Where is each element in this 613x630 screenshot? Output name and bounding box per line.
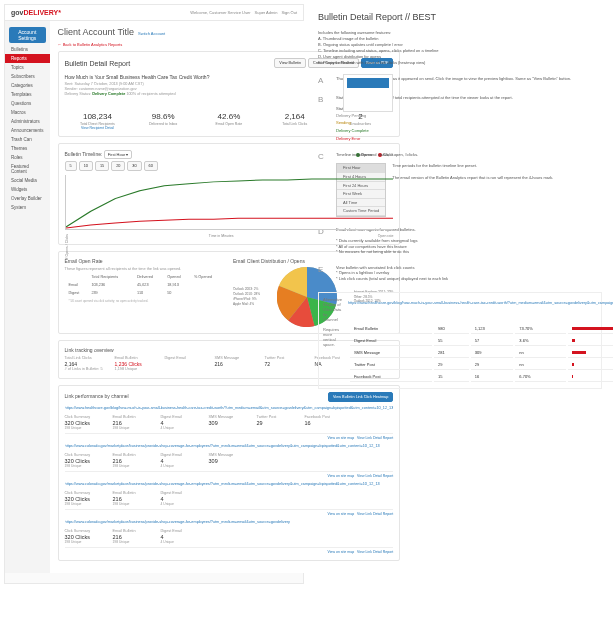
nav-overlay[interactable]: Overlay Builder [5,194,50,203]
nav-macros[interactable]: Macros [5,108,50,117]
kpi-openrate: 42.6% [196,112,262,121]
right-title: Bulletin Detail Report // BEST [318,12,602,22]
timeline-dropdown[interactable]: First Hour ▾ [104,150,133,159]
alt-note-title: Alternative Display of Click Data by Cha… [323,297,342,322]
nav-subscribers[interactable]: Subscribers [5,72,50,81]
view-recipient-link[interactable]: View Recipient Detail [65,126,131,130]
view-bulletin-button[interactable]: View Bulletin [274,58,306,68]
nav-trash[interactable]: Trash Can [5,135,50,144]
nav-questions[interactable]: Questions [5,99,50,108]
nav-administrators[interactable]: Administrators [5,117,50,126]
nav-reports[interactable]: Reports [5,54,50,63]
nav-bulletins[interactable]: Bulletins [5,45,50,54]
open-rate-table: Total RecipientsDeliveredOpened% Opened … [65,272,225,306]
switch-account-link[interactable]: Switch Account [138,31,165,36]
tl-tick[interactable]: 5 [65,161,77,171]
sidebar: Account Settings Bulletins Reports Topic… [5,21,50,573]
account-settings-button[interactable]: Account Settings [9,27,46,43]
kpi-delivered: 98.6% [130,112,196,121]
nav-categories[interactable]: Categories [5,81,50,90]
alt-table: Email Bulletin9801,12373.70%Digest Email… [348,322,613,384]
nav-announcements[interactable]: Announcements [5,126,50,135]
nav-social[interactable]: Social Media [5,176,50,185]
nav-templates[interactable]: Templates [5,90,50,99]
kpi-recipients: 108,234 [65,112,131,121]
nav-widgets[interactable]: Widgets [5,185,50,194]
top-links: Welcome, Customer Service User Super Adm… [190,10,297,15]
nav-roles[interactable]: Roles [5,153,50,162]
nav-themes[interactable]: Themes [5,144,50,153]
timeline-chart [65,175,394,230]
logo: govDELIVERY* [11,9,61,16]
report-title: Bulletin Detail Report [65,60,131,67]
superadmin-link[interactable]: Super Admin [255,10,278,15]
nav-topics[interactable]: Topics [5,63,50,72]
nav-featured[interactable]: Featured Content [5,162,50,176]
alt-url[interactable]: https://www.healthcare.gov/blog/how-much… [348,301,613,305]
nav-system[interactable]: System [5,203,50,212]
topbar: govDELIVERY* Welcome, Customer Service U… [5,5,303,21]
client-title: Client Account Title [58,27,135,37]
app-main: govDELIVERY* Welcome, Customer Service U… [4,4,304,584]
welcome-link[interactable]: Welcome, Customer Service User [190,10,250,15]
signout-link[interactable]: Sign Out [281,10,297,15]
bulletin-thumbnail[interactable] [343,74,393,112]
